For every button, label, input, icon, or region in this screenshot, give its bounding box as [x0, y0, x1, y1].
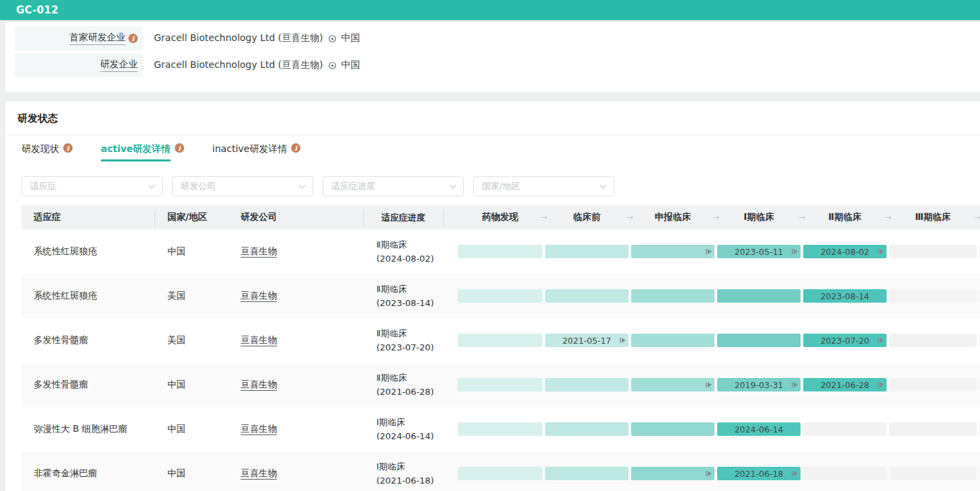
table-row: 弥漫性大 B 细胞淋巴瘤中国亘喜生物Ⅰ期临床(2024-06-14)2024-0…	[22, 407, 980, 451]
phase-arrow-icon: →	[712, 213, 719, 222]
table-row: 系统性红斑狼疮中国亘喜生物Ⅱ期临床(2024-08-02)2023-05-112…	[22, 229, 980, 274]
first-developer-label: 首家研发企业 i	[15, 26, 143, 50]
info-icon[interactable]: i	[175, 143, 184, 153]
info-icon[interactable]: i	[291, 143, 300, 153]
jump-forward-icon[interactable]	[705, 248, 712, 256]
phase-cell: 2021-06-28	[802, 363, 888, 407]
drug-code-title: GC-012	[16, 4, 58, 16]
phase-bar[interactable]: 2023-07-20	[803, 334, 887, 347]
jump-forward-icon[interactable]	[877, 381, 885, 389]
company-cell: 亘喜生物	[234, 334, 363, 346]
phase-bar[interactable]	[631, 245, 714, 258]
jump-forward-icon[interactable]	[877, 337, 885, 344]
company-name-link[interactable]: Gracell Biotechnology Ltd (亘喜生物)	[154, 32, 323, 44]
phase-bar[interactable]: 2021-06-18	[717, 467, 801, 480]
region-cell: 中国	[155, 379, 234, 391]
jump-forward-icon[interactable]	[791, 381, 799, 389]
phase-bar[interactable]	[631, 467, 714, 480]
phase-cell	[630, 229, 716, 274]
phase-cell	[630, 451, 716, 491]
jump-forward-icon[interactable]	[791, 248, 799, 256]
col-header-region: 国家/地区	[155, 211, 234, 223]
phase-bar	[458, 334, 542, 347]
table-header-row: 适应症 国家/地区 研发公司 适应症进度 药物发现→临床前→申报临床→Ⅰ期临床→…	[22, 205, 980, 229]
phase-bar[interactable]	[631, 378, 714, 391]
location-text: 中国	[341, 32, 360, 44]
phase-bar[interactable]: 2023-08-14	[803, 289, 887, 303]
phase-cell	[456, 407, 544, 451]
company-link[interactable]: 亘喜生物	[241, 245, 277, 258]
developer-row: 研发企业 Gracell Biotechnology Ltd (亘喜生物) 中国	[15, 53, 980, 77]
chevron-down-icon	[450, 182, 456, 188]
chevron-down-icon	[149, 182, 155, 188]
phase-bar[interactable]: 2024-06-14	[717, 422, 801, 436]
phase-bar	[545, 289, 628, 303]
company-link[interactable]: 亘喜生物	[241, 379, 277, 391]
company-link[interactable]: 亘喜生物	[241, 467, 277, 480]
phase-bar	[717, 289, 801, 303]
phase-bar-empty	[889, 467, 977, 480]
phase-cell	[456, 363, 544, 407]
phase-bar[interactable]: 2023-05-11	[717, 245, 801, 258]
rd-status-card: 研发状态 研发现状 i active研发详情 i inactive研发详情 i …	[5, 102, 980, 491]
phase-date: 2024-06-14	[735, 424, 784, 435]
phase-bar[interactable]: 2021-06-28	[803, 378, 887, 391]
info-icon[interactable]: i	[128, 34, 138, 43]
jump-forward-icon[interactable]	[619, 337, 626, 344]
company-name-link[interactable]: Gracell Biotechnology Ltd (亘喜生物)	[154, 59, 323, 71]
phase-bar	[631, 334, 714, 347]
company-link[interactable]: 亘喜生物	[241, 290, 277, 302]
phase-cell	[802, 451, 888, 491]
progress-cell: Ⅱ期临床(2021-06-28)	[363, 371, 444, 399]
phase-bar[interactable]: 2021-05-17	[545, 334, 628, 347]
first-developer-row: 首家研发企业 i Gracell Biotechnology Ltd (亘喜生物…	[15, 26, 980, 50]
jump-forward-icon[interactable]	[877, 248, 885, 256]
first-developer-value: Gracell Biotechnology Ltd (亘喜生物) 中国	[143, 26, 360, 50]
jump-forward-icon[interactable]	[705, 381, 712, 389]
phase-bar	[631, 289, 714, 303]
phase-cell	[630, 407, 716, 451]
phase-bar-empty	[889, 289, 977, 303]
phase-bar-empty	[803, 422, 887, 436]
tab-active-rd-detail[interactable]: active研发详情 i	[101, 143, 184, 161]
location-pin-icon	[328, 34, 337, 43]
table-row: 多发性骨髓瘤中国亘喜生物Ⅱ期临床(2021-06-28)2019-03-3120…	[22, 363, 980, 407]
phase-bar	[545, 245, 628, 258]
phase-bar	[458, 245, 542, 258]
tab-rd-overview[interactable]: 研发现状 i	[22, 143, 73, 161]
phase-cell	[544, 363, 630, 407]
phase-arrow-icon: →	[799, 213, 805, 222]
progress-cell: Ⅰ期临床(2024-06-14)	[363, 415, 444, 443]
section-title: 研发状态	[16, 112, 980, 135]
table-row: 多发性骨髓瘤美国亘喜生物Ⅱ期临床(2023-07-20)2021-05-1720…	[22, 318, 980, 363]
phase-bar	[545, 378, 628, 391]
tab-inactive-rd-detail[interactable]: inactive研发详情 i	[212, 143, 300, 161]
phase-cell	[544, 407, 630, 451]
indication-filter-select[interactable]: 适应症	[22, 176, 163, 196]
phase-cell	[888, 407, 978, 451]
phase-date: 2021-05-17	[563, 336, 612, 346]
company-filter-select[interactable]: 研发公司	[172, 176, 313, 196]
region-filter-select[interactable]: 国家/地区	[473, 176, 614, 196]
jump-forward-icon[interactable]	[791, 470, 799, 478]
info-icon[interactable]: i	[63, 143, 73, 153]
phase-bar[interactable]: 2024-08-02	[803, 245, 887, 258]
phase-bar-empty	[889, 422, 977, 436]
company-link[interactable]: 亘喜生物	[241, 423, 277, 435]
col-header-indication: 适应症	[22, 211, 155, 223]
progress-cell: Ⅱ期临床(2024-08-02)	[363, 237, 444, 266]
phase-date: 2021-06-28	[821, 380, 870, 390]
company-link[interactable]: 亘喜生物	[241, 334, 277, 346]
phase-col-header: Ⅱ期临床→	[802, 205, 888, 229]
phase-bar[interactable]: 2019-03-31	[717, 378, 801, 391]
phase-cell: 2021-05-17	[544, 318, 630, 363]
phase-cell	[630, 318, 716, 363]
table-row: 非霍奇金淋巴瘤中国亘喜生物Ⅰ期临床(2021-06-18)2021-06-18	[22, 451, 980, 491]
drug-header-bar: GC-012	[0, 0, 980, 20]
progress-cell: Ⅱ期临床(2023-08-14)	[363, 282, 444, 310]
company-cell: 亘喜生物	[234, 467, 363, 480]
progress-filter-select[interactable]: 适应症进度	[323, 176, 464, 196]
developer-label: 研发企业	[15, 53, 143, 77]
jump-forward-icon[interactable]	[705, 470, 712, 478]
indication-cell: 多发性骨髓瘤	[22, 334, 155, 346]
